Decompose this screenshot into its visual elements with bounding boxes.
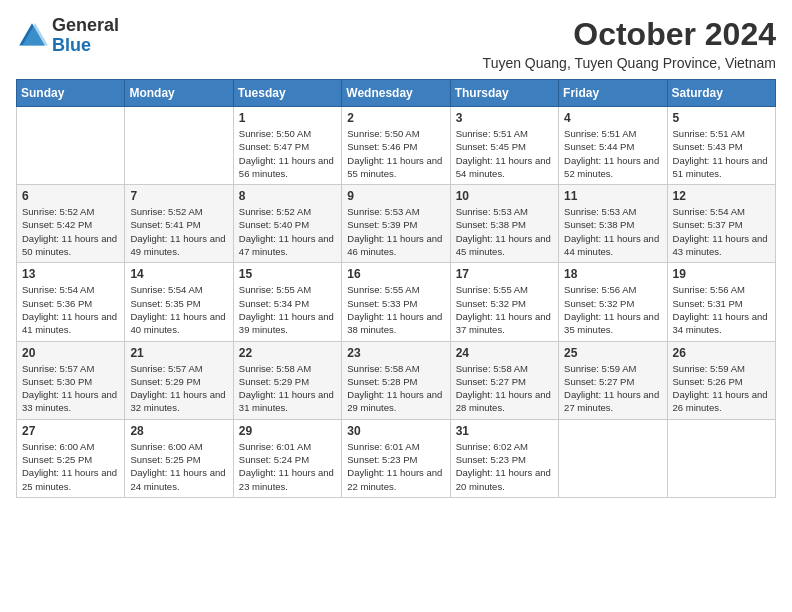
day-number: 26	[673, 346, 770, 360]
day-info: Sunrise: 5:58 AMSunset: 5:27 PMDaylight:…	[456, 362, 553, 415]
logo: General Blue	[16, 16, 119, 56]
week-row-3: 13Sunrise: 5:54 AMSunset: 5:36 PMDayligh…	[17, 263, 776, 341]
day-cell-26: 26Sunrise: 5:59 AMSunset: 5:26 PMDayligh…	[667, 341, 775, 419]
day-info: Sunrise: 6:01 AMSunset: 5:24 PMDaylight:…	[239, 440, 336, 493]
day-cell-17: 17Sunrise: 5:55 AMSunset: 5:32 PMDayligh…	[450, 263, 558, 341]
day-info: Sunrise: 5:57 AMSunset: 5:29 PMDaylight:…	[130, 362, 227, 415]
day-number: 28	[130, 424, 227, 438]
day-cell-2: 2Sunrise: 5:50 AMSunset: 5:46 PMDaylight…	[342, 107, 450, 185]
day-cell-13: 13Sunrise: 5:54 AMSunset: 5:36 PMDayligh…	[17, 263, 125, 341]
day-info: Sunrise: 5:53 AMSunset: 5:39 PMDaylight:…	[347, 205, 444, 258]
day-info: Sunrise: 5:51 AMSunset: 5:44 PMDaylight:…	[564, 127, 661, 180]
day-number: 25	[564, 346, 661, 360]
day-number: 2	[347, 111, 444, 125]
day-number: 15	[239, 267, 336, 281]
day-number: 29	[239, 424, 336, 438]
day-info: Sunrise: 6:00 AMSunset: 5:25 PMDaylight:…	[22, 440, 119, 493]
day-info: Sunrise: 6:01 AMSunset: 5:23 PMDaylight:…	[347, 440, 444, 493]
day-cell-10: 10Sunrise: 5:53 AMSunset: 5:38 PMDayligh…	[450, 185, 558, 263]
day-cell-1: 1Sunrise: 5:50 AMSunset: 5:47 PMDaylight…	[233, 107, 341, 185]
logo-text: General Blue	[52, 16, 119, 56]
day-number: 4	[564, 111, 661, 125]
day-info: Sunrise: 5:52 AMSunset: 5:42 PMDaylight:…	[22, 205, 119, 258]
day-cell-16: 16Sunrise: 5:55 AMSunset: 5:33 PMDayligh…	[342, 263, 450, 341]
day-info: Sunrise: 5:55 AMSunset: 5:32 PMDaylight:…	[456, 283, 553, 336]
day-number: 21	[130, 346, 227, 360]
day-number: 27	[22, 424, 119, 438]
day-number: 22	[239, 346, 336, 360]
day-number: 13	[22, 267, 119, 281]
weekday-header-sunday: Sunday	[17, 80, 125, 107]
week-row-5: 27Sunrise: 6:00 AMSunset: 5:25 PMDayligh…	[17, 419, 776, 497]
day-cell-24: 24Sunrise: 5:58 AMSunset: 5:27 PMDayligh…	[450, 341, 558, 419]
weekday-header-friday: Friday	[559, 80, 667, 107]
day-cell-18: 18Sunrise: 5:56 AMSunset: 5:32 PMDayligh…	[559, 263, 667, 341]
day-cell-25: 25Sunrise: 5:59 AMSunset: 5:27 PMDayligh…	[559, 341, 667, 419]
calendar-table: SundayMondayTuesdayWednesdayThursdayFrid…	[16, 79, 776, 498]
week-row-2: 6Sunrise: 5:52 AMSunset: 5:42 PMDaylight…	[17, 185, 776, 263]
week-row-4: 20Sunrise: 5:57 AMSunset: 5:30 PMDayligh…	[17, 341, 776, 419]
day-number: 7	[130, 189, 227, 203]
day-cell-29: 29Sunrise: 6:01 AMSunset: 5:24 PMDayligh…	[233, 419, 341, 497]
day-cell-3: 3Sunrise: 5:51 AMSunset: 5:45 PMDaylight…	[450, 107, 558, 185]
day-info: Sunrise: 5:58 AMSunset: 5:29 PMDaylight:…	[239, 362, 336, 415]
day-cell-28: 28Sunrise: 6:00 AMSunset: 5:25 PMDayligh…	[125, 419, 233, 497]
weekday-header-tuesday: Tuesday	[233, 80, 341, 107]
day-cell-21: 21Sunrise: 5:57 AMSunset: 5:29 PMDayligh…	[125, 341, 233, 419]
weekday-header-wednesday: Wednesday	[342, 80, 450, 107]
day-info: Sunrise: 5:56 AMSunset: 5:31 PMDaylight:…	[673, 283, 770, 336]
day-number: 6	[22, 189, 119, 203]
day-cell-30: 30Sunrise: 6:01 AMSunset: 5:23 PMDayligh…	[342, 419, 450, 497]
day-info: Sunrise: 5:54 AMSunset: 5:36 PMDaylight:…	[22, 283, 119, 336]
day-cell-14: 14Sunrise: 5:54 AMSunset: 5:35 PMDayligh…	[125, 263, 233, 341]
day-info: Sunrise: 6:00 AMSunset: 5:25 PMDaylight:…	[130, 440, 227, 493]
day-info: Sunrise: 5:55 AMSunset: 5:33 PMDaylight:…	[347, 283, 444, 336]
day-number: 24	[456, 346, 553, 360]
day-number: 18	[564, 267, 661, 281]
day-cell-31: 31Sunrise: 6:02 AMSunset: 5:23 PMDayligh…	[450, 419, 558, 497]
weekday-header-saturday: Saturday	[667, 80, 775, 107]
day-cell-22: 22Sunrise: 5:58 AMSunset: 5:29 PMDayligh…	[233, 341, 341, 419]
day-cell-7: 7Sunrise: 5:52 AMSunset: 5:41 PMDaylight…	[125, 185, 233, 263]
day-number: 1	[239, 111, 336, 125]
day-number: 17	[456, 267, 553, 281]
day-number: 23	[347, 346, 444, 360]
day-info: Sunrise: 6:02 AMSunset: 5:23 PMDaylight:…	[456, 440, 553, 493]
day-cell-23: 23Sunrise: 5:58 AMSunset: 5:28 PMDayligh…	[342, 341, 450, 419]
weekday-header-monday: Monday	[125, 80, 233, 107]
day-info: Sunrise: 5:57 AMSunset: 5:30 PMDaylight:…	[22, 362, 119, 415]
month-title: October 2024	[483, 16, 776, 53]
empty-cell	[17, 107, 125, 185]
day-number: 11	[564, 189, 661, 203]
day-number: 14	[130, 267, 227, 281]
day-cell-9: 9Sunrise: 5:53 AMSunset: 5:39 PMDaylight…	[342, 185, 450, 263]
day-cell-20: 20Sunrise: 5:57 AMSunset: 5:30 PMDayligh…	[17, 341, 125, 419]
day-info: Sunrise: 5:53 AMSunset: 5:38 PMDaylight:…	[456, 205, 553, 258]
location: Tuyen Quang, Tuyen Quang Province, Vietn…	[483, 55, 776, 71]
day-cell-4: 4Sunrise: 5:51 AMSunset: 5:44 PMDaylight…	[559, 107, 667, 185]
day-number: 12	[673, 189, 770, 203]
day-number: 20	[22, 346, 119, 360]
day-cell-15: 15Sunrise: 5:55 AMSunset: 5:34 PMDayligh…	[233, 263, 341, 341]
week-row-1: 1Sunrise: 5:50 AMSunset: 5:47 PMDaylight…	[17, 107, 776, 185]
day-info: Sunrise: 5:59 AMSunset: 5:26 PMDaylight:…	[673, 362, 770, 415]
day-cell-12: 12Sunrise: 5:54 AMSunset: 5:37 PMDayligh…	[667, 185, 775, 263]
day-cell-6: 6Sunrise: 5:52 AMSunset: 5:42 PMDaylight…	[17, 185, 125, 263]
day-info: Sunrise: 5:51 AMSunset: 5:43 PMDaylight:…	[673, 127, 770, 180]
day-number: 10	[456, 189, 553, 203]
day-number: 3	[456, 111, 553, 125]
day-cell-19: 19Sunrise: 5:56 AMSunset: 5:31 PMDayligh…	[667, 263, 775, 341]
weekday-header-row: SundayMondayTuesdayWednesdayThursdayFrid…	[17, 80, 776, 107]
day-info: Sunrise: 5:55 AMSunset: 5:34 PMDaylight:…	[239, 283, 336, 336]
day-info: Sunrise: 5:59 AMSunset: 5:27 PMDaylight:…	[564, 362, 661, 415]
day-number: 9	[347, 189, 444, 203]
day-cell-11: 11Sunrise: 5:53 AMSunset: 5:38 PMDayligh…	[559, 185, 667, 263]
weekday-header-thursday: Thursday	[450, 80, 558, 107]
day-number: 8	[239, 189, 336, 203]
day-info: Sunrise: 5:52 AMSunset: 5:41 PMDaylight:…	[130, 205, 227, 258]
day-number: 31	[456, 424, 553, 438]
day-cell-8: 8Sunrise: 5:52 AMSunset: 5:40 PMDaylight…	[233, 185, 341, 263]
day-info: Sunrise: 5:54 AMSunset: 5:35 PMDaylight:…	[130, 283, 227, 336]
day-info: Sunrise: 5:52 AMSunset: 5:40 PMDaylight:…	[239, 205, 336, 258]
day-info: Sunrise: 5:54 AMSunset: 5:37 PMDaylight:…	[673, 205, 770, 258]
